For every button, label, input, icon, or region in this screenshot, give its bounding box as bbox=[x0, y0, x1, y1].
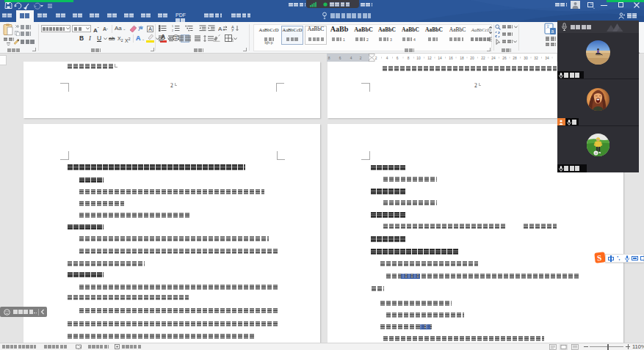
svg-text:16: 16 bbox=[449, 56, 453, 60]
svg-text:22: 22 bbox=[481, 56, 485, 60]
svg-text:8: 8 bbox=[408, 56, 410, 60]
svg-text:10: 10 bbox=[416, 56, 421, 60]
svg-text:20: 20 bbox=[470, 56, 474, 60]
svg-text:28: 28 bbox=[513, 56, 517, 60]
svg-text:18: 18 bbox=[460, 56, 464, 60]
svg-text:a: a bbox=[551, 29, 554, 34]
svg-text:文: 文 bbox=[546, 24, 551, 29]
svg-text:1: 1 bbox=[172, 25, 173, 28]
svg-text:30: 30 bbox=[524, 56, 528, 60]
svg-text:4: 4 bbox=[350, 56, 352, 60]
svg-text:26: 26 bbox=[502, 56, 507, 60]
svg-text:32: 32 bbox=[534, 56, 538, 60]
svg-text:4: 4 bbox=[386, 56, 388, 60]
svg-text:14: 14 bbox=[438, 56, 442, 60]
svg-text:8: 8 bbox=[328, 56, 330, 60]
svg-text:2: 2 bbox=[172, 29, 173, 32]
svg-text:2: 2 bbox=[360, 56, 362, 60]
svg-text:34: 34 bbox=[545, 56, 549, 60]
svg-text:6: 6 bbox=[397, 56, 399, 60]
svg-text:12: 12 bbox=[427, 56, 432, 60]
svg-text:2: 2 bbox=[375, 56, 377, 60]
svg-text:A: A bbox=[218, 26, 222, 32]
svg-text:6: 6 bbox=[339, 56, 341, 60]
svg-text:24: 24 bbox=[491, 56, 496, 60]
